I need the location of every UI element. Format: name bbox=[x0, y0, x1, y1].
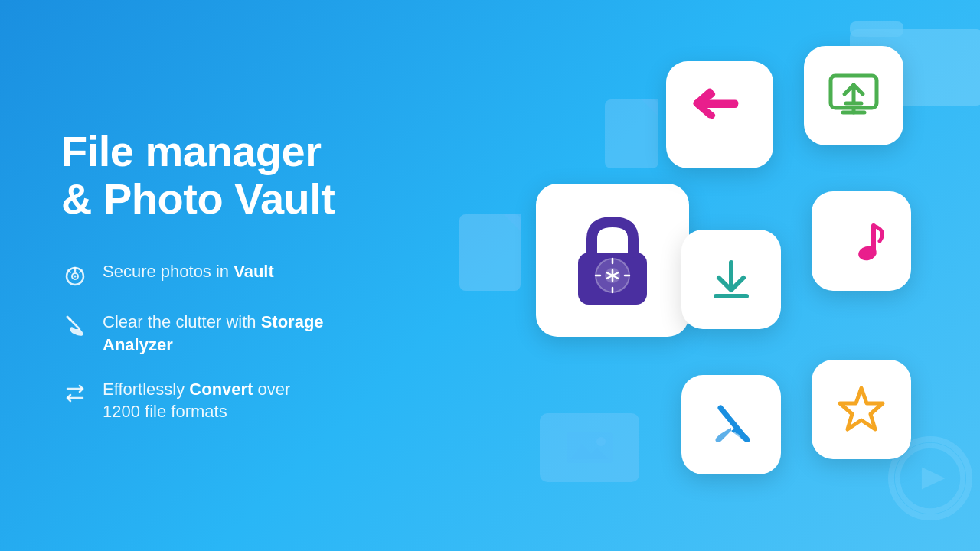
vault-icon bbox=[61, 262, 89, 289]
feature-storage: Clear the clutter with Storage Analyzer bbox=[61, 311, 352, 356]
star-card bbox=[812, 360, 911, 459]
transfer-card bbox=[666, 61, 773, 168]
feature-storage-text: Clear the clutter with Storage Analyzer bbox=[103, 311, 352, 356]
download-card bbox=[681, 230, 781, 329]
deco-file-2 bbox=[605, 99, 658, 168]
svg-rect-4 bbox=[850, 21, 903, 37]
left-panel: File manager & Photo Vault Secure photos… bbox=[0, 82, 398, 469]
feature-vault: Secure photos in Vault bbox=[61, 260, 352, 289]
app-container: File manager & Photo Vault Secure photos… bbox=[0, 0, 980, 551]
upload-card bbox=[804, 46, 903, 145]
music-card bbox=[812, 191, 911, 291]
deco-image-card bbox=[540, 413, 639, 482]
feature-convert: Effortlessly Convert over1200 file forma… bbox=[61, 378, 352, 423]
storage-broom-icon bbox=[61, 312, 89, 340]
feature-convert-text: Effortlessly Convert over1200 file forma… bbox=[103, 378, 290, 423]
svg-point-6 bbox=[596, 437, 606, 446]
svg-marker-28 bbox=[840, 388, 883, 429]
broom-card bbox=[681, 375, 781, 474]
svg-point-2 bbox=[74, 276, 77, 278]
features-list: Secure photos in Vault Clear the clutter… bbox=[61, 260, 352, 423]
deco-file-1 bbox=[459, 214, 521, 291]
feature-vault-text: Secure photos in Vault bbox=[103, 260, 274, 283]
right-panel bbox=[398, 0, 980, 551]
main-title: File manager & Photo Vault bbox=[61, 128, 352, 222]
convert-icon bbox=[61, 380, 89, 407]
lock-card bbox=[536, 184, 689, 337]
